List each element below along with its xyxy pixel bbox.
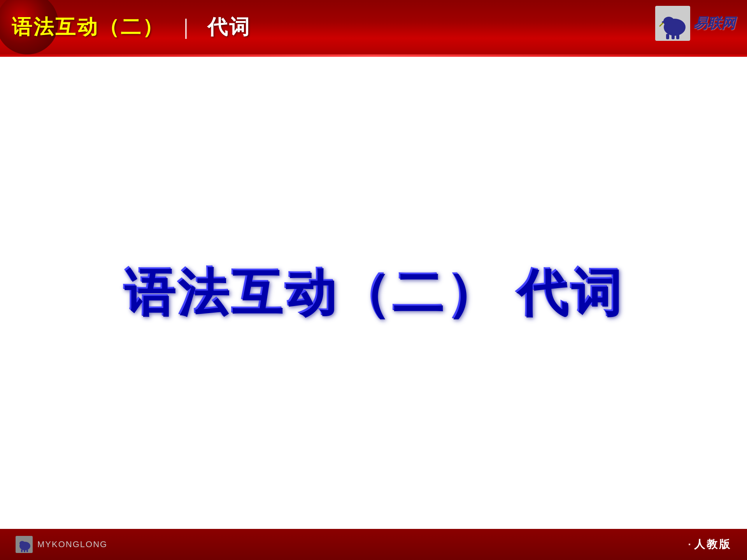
svg-point-11: [19, 541, 25, 546]
header-bar: 语法互动（二） ｜ 代词 易联网: [0, 0, 747, 54]
svg-point-3: [665, 18, 668, 21]
footer-logo-icon: [16, 536, 33, 553]
header-title-group: 语法互动（二） ｜ 代词: [12, 14, 251, 41]
main-content: 语法互动（二） 代词: [0, 57, 747, 529]
svg-rect-5: [672, 34, 675, 39]
main-center-title: 语法互动（二） 代词: [123, 259, 624, 327]
footer-right-section: ·人教版: [688, 537, 731, 552]
logo-dinosaur-icon: [655, 6, 690, 41]
svg-rect-4: [666, 34, 669, 39]
svg-rect-14: [26, 550, 28, 552]
footer-bar: MYKONGLONG ·人教版: [0, 529, 747, 560]
svg-rect-12: [21, 550, 23, 552]
footer-publisher: 人教版: [694, 538, 731, 550]
header-sub-title: 代词: [207, 14, 251, 41]
footer-left-section: MYKONGLONG: [16, 536, 107, 553]
footer-dot: ·: [688, 538, 693, 550]
svg-rect-6: [676, 34, 679, 39]
header-main-title: 语法互动（二）: [12, 14, 164, 41]
header-divider: ｜: [176, 14, 196, 41]
svg-rect-13: [24, 550, 25, 552]
header-logo: 易联网: [655, 6, 735, 41]
footer-brand-text: MYKONGLONG: [37, 539, 107, 550]
logo-text: 易联网: [693, 14, 735, 33]
